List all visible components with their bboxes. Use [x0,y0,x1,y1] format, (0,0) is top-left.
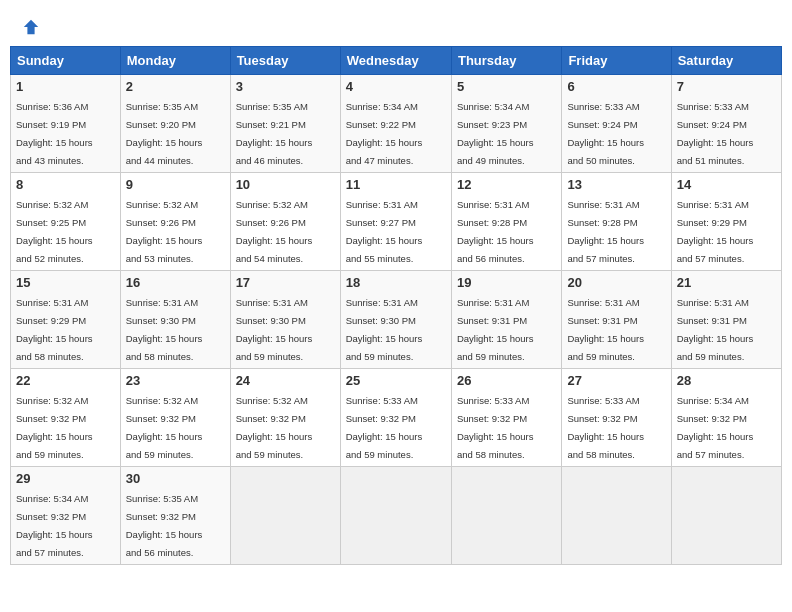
day-info: Sunrise: 5:33 AMSunset: 9:24 PMDaylight:… [677,101,754,166]
day-info: Sunrise: 5:31 AMSunset: 9:27 PMDaylight:… [346,199,423,264]
week-row-5: 29Sunrise: 5:34 AMSunset: 9:32 PMDayligh… [11,467,782,565]
day-info: Sunrise: 5:31 AMSunset: 9:30 PMDaylight:… [236,297,313,362]
day-info: Sunrise: 5:32 AMSunset: 9:32 PMDaylight:… [16,395,93,460]
calendar-cell: 11Sunrise: 5:31 AMSunset: 9:27 PMDayligh… [340,173,451,271]
day-number: 26 [457,373,556,388]
calendar-cell: 4Sunrise: 5:34 AMSunset: 9:22 PMDaylight… [340,75,451,173]
day-number: 20 [567,275,665,290]
calendar-cell: 10Sunrise: 5:32 AMSunset: 9:26 PMDayligh… [230,173,340,271]
calendar-cell: 18Sunrise: 5:31 AMSunset: 9:30 PMDayligh… [340,271,451,369]
calendar-cell: 13Sunrise: 5:31 AMSunset: 9:28 PMDayligh… [562,173,671,271]
calendar-cell: 25Sunrise: 5:33 AMSunset: 9:32 PMDayligh… [340,369,451,467]
day-info: Sunrise: 5:31 AMSunset: 9:30 PMDaylight:… [126,297,203,362]
day-number: 14 [677,177,776,192]
calendar-cell: 15Sunrise: 5:31 AMSunset: 9:29 PMDayligh… [11,271,121,369]
calendar-cell: 27Sunrise: 5:33 AMSunset: 9:32 PMDayligh… [562,369,671,467]
day-info: Sunrise: 5:32 AMSunset: 9:26 PMDaylight:… [126,199,203,264]
calendar-cell: 26Sunrise: 5:33 AMSunset: 9:32 PMDayligh… [451,369,561,467]
day-number: 28 [677,373,776,388]
day-number: 3 [236,79,335,94]
page-header [10,10,782,42]
logo-icon [22,18,40,36]
calendar-cell: 17Sunrise: 5:31 AMSunset: 9:30 PMDayligh… [230,271,340,369]
calendar-cell [562,467,671,565]
calendar-cell: 22Sunrise: 5:32 AMSunset: 9:32 PMDayligh… [11,369,121,467]
calendar-cell: 5Sunrise: 5:34 AMSunset: 9:23 PMDaylight… [451,75,561,173]
calendar-cell: 28Sunrise: 5:34 AMSunset: 9:32 PMDayligh… [671,369,781,467]
day-number: 11 [346,177,446,192]
day-number: 2 [126,79,225,94]
day-number: 17 [236,275,335,290]
day-number: 19 [457,275,556,290]
day-info: Sunrise: 5:31 AMSunset: 9:31 PMDaylight:… [457,297,534,362]
day-number: 15 [16,275,115,290]
calendar-cell: 1Sunrise: 5:36 AMSunset: 9:19 PMDaylight… [11,75,121,173]
col-friday: Friday [562,47,671,75]
day-number: 25 [346,373,446,388]
day-number: 8 [16,177,115,192]
calendar-cell: 24Sunrise: 5:32 AMSunset: 9:32 PMDayligh… [230,369,340,467]
day-number: 12 [457,177,556,192]
day-info: Sunrise: 5:31 AMSunset: 9:29 PMDaylight:… [16,297,93,362]
calendar-table: Sunday Monday Tuesday Wednesday Thursday… [10,46,782,565]
calendar-cell: 8Sunrise: 5:32 AMSunset: 9:25 PMDaylight… [11,173,121,271]
col-tuesday: Tuesday [230,47,340,75]
calendar-cell [451,467,561,565]
day-info: Sunrise: 5:32 AMSunset: 9:32 PMDaylight:… [126,395,203,460]
calendar-cell: 14Sunrise: 5:31 AMSunset: 9:29 PMDayligh… [671,173,781,271]
day-info: Sunrise: 5:31 AMSunset: 9:28 PMDaylight:… [567,199,644,264]
col-saturday: Saturday [671,47,781,75]
calendar-cell: 20Sunrise: 5:31 AMSunset: 9:31 PMDayligh… [562,271,671,369]
calendar-cell: 30Sunrise: 5:35 AMSunset: 9:32 PMDayligh… [120,467,230,565]
day-info: Sunrise: 5:33 AMSunset: 9:32 PMDaylight:… [346,395,423,460]
calendar-cell [230,467,340,565]
calendar-cell: 23Sunrise: 5:32 AMSunset: 9:32 PMDayligh… [120,369,230,467]
day-info: Sunrise: 5:31 AMSunset: 9:30 PMDaylight:… [346,297,423,362]
calendar-cell: 3Sunrise: 5:35 AMSunset: 9:21 PMDaylight… [230,75,340,173]
col-thursday: Thursday [451,47,561,75]
day-info: Sunrise: 5:35 AMSunset: 9:32 PMDaylight:… [126,493,203,558]
day-info: Sunrise: 5:32 AMSunset: 9:25 PMDaylight:… [16,199,93,264]
day-number: 7 [677,79,776,94]
day-info: Sunrise: 5:35 AMSunset: 9:20 PMDaylight:… [126,101,203,166]
calendar-cell: 16Sunrise: 5:31 AMSunset: 9:30 PMDayligh… [120,271,230,369]
day-info: Sunrise: 5:32 AMSunset: 9:32 PMDaylight:… [236,395,313,460]
svg-marker-0 [24,20,38,34]
day-info: Sunrise: 5:34 AMSunset: 9:23 PMDaylight:… [457,101,534,166]
day-number: 13 [567,177,665,192]
calendar-cell: 2Sunrise: 5:35 AMSunset: 9:20 PMDaylight… [120,75,230,173]
day-info: Sunrise: 5:31 AMSunset: 9:29 PMDaylight:… [677,199,754,264]
day-info: Sunrise: 5:31 AMSunset: 9:31 PMDaylight:… [567,297,644,362]
calendar-header-row: Sunday Monday Tuesday Wednesday Thursday… [11,47,782,75]
day-number: 27 [567,373,665,388]
calendar-cell [340,467,451,565]
day-number: 4 [346,79,446,94]
day-number: 22 [16,373,115,388]
calendar-cell: 19Sunrise: 5:31 AMSunset: 9:31 PMDayligh… [451,271,561,369]
day-info: Sunrise: 5:31 AMSunset: 9:31 PMDaylight:… [677,297,754,362]
day-number: 10 [236,177,335,192]
day-number: 6 [567,79,665,94]
week-row-4: 22Sunrise: 5:32 AMSunset: 9:32 PMDayligh… [11,369,782,467]
day-info: Sunrise: 5:36 AMSunset: 9:19 PMDaylight:… [16,101,93,166]
day-info: Sunrise: 5:34 AMSunset: 9:22 PMDaylight:… [346,101,423,166]
day-info: Sunrise: 5:33 AMSunset: 9:24 PMDaylight:… [567,101,644,166]
day-number: 18 [346,275,446,290]
calendar-cell: 21Sunrise: 5:31 AMSunset: 9:31 PMDayligh… [671,271,781,369]
col-monday: Monday [120,47,230,75]
day-number: 30 [126,471,225,486]
day-number: 16 [126,275,225,290]
logo [20,18,40,36]
day-number: 21 [677,275,776,290]
day-info: Sunrise: 5:33 AMSunset: 9:32 PMDaylight:… [567,395,644,460]
calendar-cell: 6Sunrise: 5:33 AMSunset: 9:24 PMDaylight… [562,75,671,173]
calendar-cell [671,467,781,565]
col-sunday: Sunday [11,47,121,75]
week-row-2: 8Sunrise: 5:32 AMSunset: 9:25 PMDaylight… [11,173,782,271]
day-number: 23 [126,373,225,388]
calendar-cell: 7Sunrise: 5:33 AMSunset: 9:24 PMDaylight… [671,75,781,173]
day-info: Sunrise: 5:33 AMSunset: 9:32 PMDaylight:… [457,395,534,460]
day-info: Sunrise: 5:32 AMSunset: 9:26 PMDaylight:… [236,199,313,264]
day-number: 1 [16,79,115,94]
day-info: Sunrise: 5:35 AMSunset: 9:21 PMDaylight:… [236,101,313,166]
